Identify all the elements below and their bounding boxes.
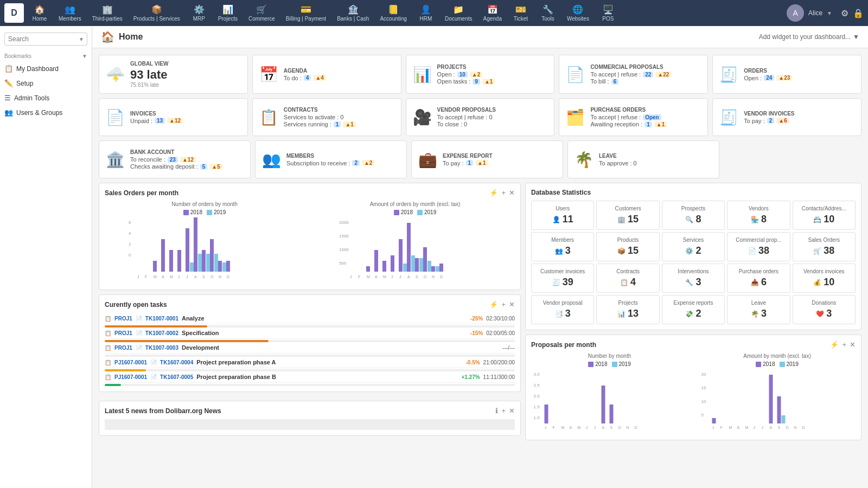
stat-cell-prospects[interactable]: Prospects 🔍8: [662, 201, 725, 230]
filter-icon[interactable]: ⚡: [489, 189, 498, 197]
nav-item-third-parties[interactable]: 🏢Third-parties: [87, 2, 128, 24]
stat-cell-customer-invoices[interactable]: Customer invoices 🧾39: [531, 264, 594, 293]
stat-cell-contracts[interactable]: Contracts 📋4: [596, 264, 659, 293]
widget-global-view[interactable]: 🌩️ GLOBAL VIEW 93 late 75.61% late: [99, 55, 248, 94]
svg-rect-64: [419, 258, 423, 272]
add-icon[interactable]: +: [501, 189, 506, 197]
stat-cell-vendors[interactable]: Vendors 🏪8: [727, 201, 790, 230]
nav-item-commerce[interactable]: 🛒Commerce: [243, 2, 280, 24]
stat-cell-donations[interactable]: Donations ❤️3: [793, 295, 856, 324]
nav-item-documents[interactable]: 📁Documents: [439, 2, 478, 24]
tasks-close-icon[interactable]: ✕: [509, 300, 515, 309]
svg-text:5: 5: [701, 413, 704, 418]
settings-icon[interactable]: ⚙: [841, 8, 848, 18]
widget-orders[interactable]: 🧾 ORDERS Open : 24 ▲23: [712, 55, 861, 94]
svg-rect-55: [439, 264, 443, 272]
svg-text:A: A: [602, 426, 605, 429]
news-info-icon[interactable]: ℹ: [495, 407, 498, 415]
widget-bank-account[interactable]: 🏛️ BANK ACCOUNT To reconcile : 23 ▲12 Ch…: [99, 140, 251, 178]
nav-item-websites[interactable]: 🌐Websites: [561, 2, 595, 24]
widget-invoices[interactable]: 📄 INVOICES Unpaid : 13 ▲12: [99, 98, 248, 136]
widget-leave[interactable]: 🌴 LEAVE To approve : 0: [567, 140, 719, 178]
stat-cell-contacts-addres---[interactable]: Contacts/Addres... 📇10: [793, 201, 856, 230]
stat-cell-sales-orders[interactable]: Sales Orders 🛒38: [793, 232, 856, 261]
svg-text:J: J: [186, 275, 188, 279]
sidebar-item-my-dashboard[interactable]: 📋My Dashboard: [0, 61, 92, 76]
proposals-close-icon[interactable]: ✕: [850, 341, 856, 349]
svg-text:M: M: [367, 275, 370, 279]
svg-text:J: J: [178, 275, 180, 279]
close-icon[interactable]: ✕: [509, 189, 515, 197]
svg-text:M: M: [154, 275, 157, 279]
logo[interactable]: D: [4, 3, 24, 23]
svg-text:N: N: [432, 275, 435, 279]
proposals-add-icon[interactable]: +: [842, 341, 846, 349]
nav-item-agenda[interactable]: 📅Agenda: [477, 2, 507, 24]
username[interactable]: Alice: [808, 9, 822, 17]
widget-vendor-invoices[interactable]: 🧾 VENDOR INVOICES To pay : 2 ▲6: [712, 98, 861, 136]
search-input[interactable]: [4, 33, 87, 46]
nav-item-hrm[interactable]: 👤HRM: [412, 2, 439, 24]
widget-expense-report[interactable]: 💼 EXPENSE REPORT To pay : 1 ▲1: [411, 140, 563, 178]
svg-text:1500: 1500: [339, 234, 349, 239]
nav-item-products---services[interactable]: 📦Products | Services: [128, 2, 186, 24]
svg-text:A: A: [770, 426, 773, 429]
stat-cell-vendors-invoices[interactable]: Vendors invoices 💰10: [793, 264, 856, 293]
nav-item-banks---cash[interactable]: 🏦Banks | Cash: [331, 2, 374, 24]
stat-cell-projects[interactable]: Projects 📊13: [596, 295, 659, 324]
nav-item-home[interactable]: 🏠Home: [26, 2, 53, 24]
stat-cell-interventions[interactable]: Interventions 🔧3: [662, 264, 725, 293]
bookmarks-label[interactable]: Bookmarks ▼: [4, 51, 87, 60]
stat-cell-members[interactable]: Members 👥3: [531, 232, 594, 261]
sidebar-item-setup[interactable]: ✏️Setup: [0, 76, 92, 91]
sidebar-item-users---groups[interactable]: 👥Users & Groups: [0, 105, 92, 120]
stat-cell-purchase-orders[interactable]: Purchase orders 📥6: [727, 264, 790, 293]
news-panel: Latest 5 news from Dolibarr.org News ℹ +…: [99, 401, 521, 436]
nav-item-billing---payment[interactable]: 💳Billing | Payment: [280, 2, 331, 24]
add-widget-button[interactable]: Add widget to your dashboard... ▼: [759, 33, 859, 41]
tasks-filter-icon[interactable]: ⚡: [489, 300, 498, 309]
widget-commercial-proposals[interactable]: 📄 COMMERCIAL PROPOSALS To accept | refus…: [559, 55, 708, 94]
db-stats-title: Database Statistics: [531, 189, 591, 196]
svg-text:J: J: [586, 426, 588, 429]
svg-text:J: J: [545, 426, 547, 429]
proposals-chart-panel: Proposals per month ⚡ + ✕ Number by mont…: [525, 335, 861, 440]
svg-rect-49: [391, 255, 394, 272]
nav-item-mrp[interactable]: ⚙️MRP: [186, 2, 213, 24]
widget-projects[interactable]: 📊 PROJECTS Open : 10 ▲2 Open tasks : 9 ▲…: [406, 55, 555, 94]
stat-cell-users[interactable]: Users 👤11: [531, 201, 594, 230]
stat-cell-commercial-prop---[interactable]: Commercial prop... 📄38: [727, 232, 790, 261]
stat-cell-vendor-proposal[interactable]: Vendor proposal 📑3: [531, 295, 594, 324]
widget-members[interactable]: 👥 MEMBERS Subscription to receive : 2 ▲2: [255, 140, 407, 178]
widget-purchase-orders[interactable]: 🗂️ PURCHASE ORDERS To accept | refuse : …: [559, 98, 708, 136]
lock-icon[interactable]: 🔒: [853, 8, 864, 18]
svg-rect-50: [399, 239, 403, 272]
stat-cell-customers[interactable]: Customers 🏢15: [596, 201, 659, 230]
nav-item-tools[interactable]: 🔧Tools: [534, 2, 561, 24]
nav-item-pos[interactable]: 🖥️POS: [595, 2, 622, 24]
svg-text:M: M: [745, 426, 749, 429]
stat-cell-products[interactable]: Products 📦15: [596, 232, 659, 261]
proposals-filter-icon[interactable]: ⚡: [830, 341, 839, 349]
widget-contracts[interactable]: 📋 CONTRACTS Services to activate : 0 Ser…: [252, 98, 401, 136]
proposals-count-svg: 3.0 2.5 2.0 1.5 1.0: [531, 369, 688, 429]
widget-row-3: 🏛️ BANK ACCOUNT To reconcile : 23 ▲12 Ch…: [99, 140, 861, 178]
stat-cell-expense-reports[interactable]: Expense reports 💸2: [662, 295, 725, 324]
news-add-icon[interactable]: +: [501, 407, 506, 415]
tasks-add-icon[interactable]: +: [501, 300, 506, 309]
main-header: 🏠 Home Add widget to your dashboard... ▼: [92, 26, 868, 48]
nav-item-ticket[interactable]: 🎫Ticket: [507, 2, 534, 24]
news-close-icon[interactable]: ✕: [509, 407, 515, 415]
nav-item-accounting[interactable]: 📒Accounting: [374, 2, 412, 24]
task-row: 📋 PROJ1 📄 TK1007-0002 Specification -15%…: [105, 328, 515, 342]
home-breadcrumb-icon[interactable]: 🏠: [101, 30, 114, 43]
stat-cell-leave[interactable]: Leave 🌴3: [727, 295, 790, 324]
members-icon: 👥: [262, 151, 281, 169]
svg-rect-7: [161, 239, 165, 272]
stat-cell-services[interactable]: Services ⚙️2: [662, 232, 725, 261]
sidebar-item-admin-tools[interactable]: ☰Admin Tools: [0, 91, 92, 105]
widget-agenda[interactable]: 📅 AGENDA To do : 4 ▲4: [252, 55, 401, 94]
nav-item-members[interactable]: 👥Members: [53, 2, 87, 24]
nav-item-projects[interactable]: 📊Projects: [213, 2, 243, 24]
widget-vendor-proposals[interactable]: 🎥 VENDOR PROPOSALS To accept | refuse : …: [406, 98, 555, 136]
